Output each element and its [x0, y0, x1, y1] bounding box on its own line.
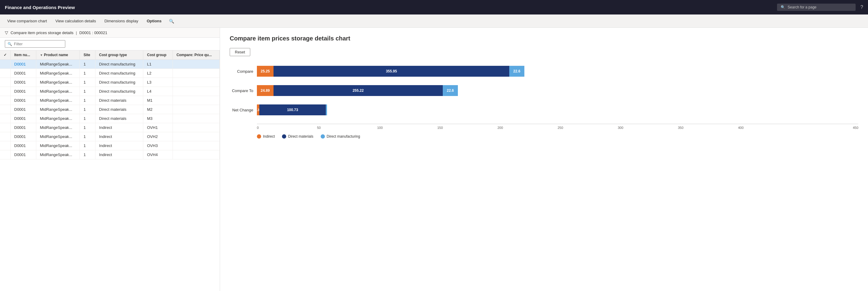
nav-item-dimensions-display[interactable]: Dimensions display: [101, 16, 142, 26]
col-compare-price[interactable]: Compare: Price qu...: [173, 50, 219, 60]
bar-netchange-direct-manufacturing: [326, 104, 327, 115]
cell-compare-price: [173, 69, 219, 78]
cell-cost-group-type: Indirect: [95, 132, 143, 141]
bar-compare-indirect: 25.25: [257, 66, 274, 77]
cell-compare-price: [173, 105, 219, 114]
cell-item-num[interactable]: D0001: [10, 105, 36, 114]
cell-site: 1: [80, 87, 95, 96]
cell-check: [0, 141, 10, 150]
cell-check: [0, 69, 10, 78]
cell-item-num[interactable]: D0001: [10, 69, 36, 78]
legend-direct-manufacturing: Direct manufacturing: [321, 134, 360, 139]
x-tick-150: 150: [437, 126, 497, 130]
col-check: ✓: [0, 50, 10, 60]
cell-cost-group-type: Direct manufacturing: [95, 87, 143, 96]
col-cost-group[interactable]: Cost group: [143, 50, 173, 60]
search-bar[interactable]: 🔍 Search for a page: [777, 4, 856, 11]
data-table: ✓ Item nu... ▼ Product name Site Cost gr…: [0, 50, 220, 159]
col-item-num[interactable]: Item nu...: [10, 50, 36, 60]
filter-bar: 🔍: [0, 38, 220, 50]
right-panel: Compare item prices storage details char…: [220, 28, 868, 291]
cell-check: [0, 78, 10, 87]
x-axis: 0 50 100 150 200 250 300 350 400 450: [257, 124, 858, 130]
cell-check: [0, 105, 10, 114]
cell-item-num[interactable]: D0001: [10, 87, 36, 96]
cell-cost-group-type: Direct manufacturing: [95, 69, 143, 78]
help-icon[interactable]: ?: [861, 4, 863, 10]
x-tick-100: 100: [377, 126, 437, 130]
cell-item-num[interactable]: D0001: [10, 78, 36, 87]
cell-product-name: MidRangeSpeak...: [36, 60, 80, 69]
cell-product-name: MidRangeSpeak...: [36, 96, 80, 105]
table-row[interactable]: D0001 MidRangeSpeak... 1 Direct material…: [0, 96, 220, 105]
chart-legend: Indirect Direct materials Direct manufac…: [257, 134, 858, 139]
nav-search-icon[interactable]: 🔍: [166, 16, 177, 26]
cell-cost-group: M3: [143, 114, 173, 123]
legend-label-direct-materials: Direct materials: [288, 134, 313, 139]
cell-cost-group-type: Indirect: [95, 123, 143, 132]
cell-item-num[interactable]: D0001: [10, 114, 36, 123]
bars-compare: 25.25 355.95 22.6: [257, 66, 858, 77]
nav-item-calculation-details[interactable]: View calculation details: [52, 16, 99, 26]
cell-cost-group-type: Indirect: [95, 141, 143, 150]
legend-dot-direct-materials: [282, 134, 286, 139]
cell-product-name: MidRangeSpeak...: [36, 69, 80, 78]
table-row[interactable]: D0001 MidRangeSpeak... 1 Indirect OVH3: [0, 141, 220, 150]
cell-item-num[interactable]: D0001: [10, 141, 36, 150]
filter-input[interactable]: [14, 42, 63, 46]
x-tick-250: 250: [558, 126, 618, 130]
chart-row-compare: Compare 25.25 355.95 22.6: [230, 66, 858, 77]
bar-netchange-direct-materials: 100.73: [259, 104, 326, 115]
cell-compare-price: [173, 60, 219, 69]
cell-compare-price: [173, 96, 219, 105]
bar-compareto-direct-manufacturing: 22.6: [443, 85, 458, 96]
legend-label-indirect: Indirect: [263, 134, 275, 139]
breadcrumb-bar: ▽ Compare item prices storage details | …: [0, 28, 220, 38]
x-tick-50: 50: [317, 126, 377, 130]
cell-check: [0, 132, 10, 141]
table-row[interactable]: D0001 MidRangeSpeak... 1 Direct material…: [0, 105, 220, 114]
cell-cost-group-type: Direct manufacturing: [95, 78, 143, 87]
cell-item-num[interactable]: D0001: [10, 132, 36, 141]
legend-dot-direct-manufacturing: [321, 134, 325, 139]
cell-product-name: MidRangeSpeak...: [36, 132, 80, 141]
col-cost-group-type[interactable]: Cost group type: [95, 50, 143, 60]
cell-site: 1: [80, 141, 95, 150]
legend-indirect: Indirect: [257, 134, 275, 139]
chart-area: Compare 25.25 355.95 22.6 Compare To 24.…: [230, 66, 858, 139]
table-row[interactable]: D0001 MidRangeSpeak... 1 Direct manufact…: [0, 69, 220, 78]
cell-site: 1: [80, 114, 95, 123]
cell-cost-group-type: Direct manufacturing: [95, 60, 143, 69]
col-product-name[interactable]: ▼ Product name: [36, 50, 80, 60]
table-row[interactable]: D0001 MidRangeSpeak... 1 Direct manufact…: [0, 78, 220, 87]
cell-cost-group-type: Direct materials: [95, 96, 143, 105]
reset-button[interactable]: Reset: [230, 48, 250, 56]
nav-item-comparison-chart[interactable]: View comparison chart: [4, 16, 51, 26]
table-row[interactable]: D0001 MidRangeSpeak... 1 Direct manufact…: [0, 60, 220, 69]
table-row[interactable]: D0001 MidRangeSpeak... 1 Direct material…: [0, 114, 220, 123]
cell-item-num[interactable]: D0001: [10, 123, 36, 132]
cell-check: [0, 114, 10, 123]
table-row[interactable]: D0001 MidRangeSpeak... 1 Indirect OVH4: [0, 150, 220, 159]
cell-compare-price: [173, 87, 219, 96]
filter-input-container[interactable]: 🔍: [5, 40, 65, 48]
cell-compare-price: [173, 114, 219, 123]
chart-row-net-change: Net Change 0.36 100.73: [230, 104, 858, 115]
table-row[interactable]: D0001 MidRangeSpeak... 1 Direct manufact…: [0, 87, 220, 96]
filter-icon[interactable]: ▽: [5, 30, 8, 35]
table-row[interactable]: D0001 MidRangeSpeak... 1 Indirect OVH1: [0, 123, 220, 132]
cell-check: [0, 60, 10, 69]
nav-item-options[interactable]: Options: [143, 16, 165, 26]
chart-label-compare-to: Compare To: [230, 88, 257, 93]
table-container: ✓ Item nu... ▼ Product name Site Cost gr…: [0, 50, 220, 291]
cell-product-name: MidRangeSpeak...: [36, 123, 80, 132]
cell-item-num[interactable]: D0001: [10, 150, 36, 159]
cell-item-num[interactable]: D0001: [10, 60, 36, 69]
legend-direct-materials: Direct materials: [282, 134, 313, 139]
cell-item-num[interactable]: D0001: [10, 96, 36, 105]
col-site[interactable]: Site: [80, 50, 95, 60]
table-row[interactable]: D0001 MidRangeSpeak... 1 Indirect OVH2: [0, 132, 220, 141]
cell-site: 1: [80, 78, 95, 87]
cell-site: 1: [80, 60, 95, 69]
cell-cost-group-type: Direct materials: [95, 105, 143, 114]
